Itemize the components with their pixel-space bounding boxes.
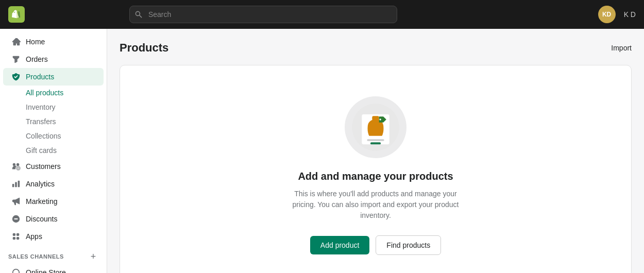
empty-state-actions: Add product Find products bbox=[310, 235, 441, 255]
marketing-icon bbox=[11, 197, 21, 206]
sidebar-label-orders: Orders bbox=[26, 55, 48, 63]
sidebar-sub-item-transfers[interactable]: Transfers bbox=[3, 114, 104, 129]
svg-point-4 bbox=[380, 118, 381, 120]
sidebar-item-customers[interactable]: Customers bbox=[3, 158, 104, 175]
svg-rect-5 bbox=[367, 139, 384, 141]
import-button[interactable]: Import bbox=[611, 44, 632, 52]
sidebar-label-customers: Customers bbox=[26, 162, 61, 170]
empty-state-title: Add and manage your products bbox=[298, 170, 453, 182]
sidebar-label-online-store: Online Store bbox=[26, 268, 66, 273]
sidebar-item-apps[interactable]: Apps bbox=[3, 228, 104, 245]
search-bar[interactable] bbox=[129, 6, 397, 23]
page-title: Products bbox=[120, 41, 168, 55]
sidebar: Home Orders Products All products Invent… bbox=[0, 29, 107, 273]
add-sales-channel-button[interactable]: + bbox=[88, 251, 98, 262]
topbar: KD K D bbox=[0, 0, 644, 29]
sidebar-label-discounts: Discounts bbox=[26, 215, 57, 223]
svg-rect-6 bbox=[370, 142, 381, 144]
empty-state-card: Add and manage your products This is whe… bbox=[120, 65, 632, 273]
sidebar-label-products: Products bbox=[26, 73, 54, 81]
sidebar-sub-item-gift-cards[interactable]: Gift cards bbox=[3, 143, 104, 158]
avatar: KD bbox=[598, 6, 616, 23]
sidebar-item-online-store[interactable]: Online Store bbox=[3, 264, 104, 273]
apps-icon bbox=[11, 232, 21, 241]
sidebar-label-analytics: Analytics bbox=[26, 180, 55, 188]
sidebar-sub-item-all-products[interactable]: All products bbox=[3, 86, 104, 100]
products-icon bbox=[11, 72, 21, 81]
product-illustration bbox=[345, 96, 406, 158]
shopify-logo bbox=[8, 6, 25, 23]
online-store-icon bbox=[11, 268, 21, 273]
discounts-icon bbox=[11, 214, 21, 224]
add-product-button[interactable]: Add product bbox=[310, 236, 370, 254]
sidebar-item-orders[interactable]: Orders bbox=[3, 50, 104, 68]
sales-channels-label: SALES CHANNELS bbox=[8, 253, 64, 260]
search-input[interactable] bbox=[129, 6, 397, 23]
orders-icon bbox=[11, 55, 21, 64]
product-svg bbox=[350, 101, 401, 153]
sales-channels-section: SALES CHANNELS + bbox=[0, 245, 107, 264]
sidebar-sub-item-inventory[interactable]: Inventory bbox=[3, 100, 104, 114]
username-label: K D bbox=[624, 10, 636, 19]
search-icon bbox=[134, 10, 143, 19]
sidebar-item-analytics[interactable]: Analytics bbox=[3, 175, 104, 193]
sidebar-item-home[interactable]: Home bbox=[3, 33, 104, 50]
page-header: Products Import bbox=[120, 41, 632, 55]
sidebar-item-discounts[interactable]: Discounts bbox=[3, 210, 104, 228]
analytics-icon bbox=[11, 179, 21, 189]
sidebar-label-apps: Apps bbox=[26, 232, 42, 241]
home-icon bbox=[11, 37, 21, 46]
find-products-button[interactable]: Find products bbox=[376, 235, 441, 255]
sidebar-item-products[interactable]: Products bbox=[3, 68, 104, 86]
svg-rect-3 bbox=[372, 116, 379, 120]
customers-icon bbox=[11, 162, 21, 171]
sidebar-label-home: Home bbox=[26, 38, 45, 46]
sidebar-label-marketing: Marketing bbox=[26, 197, 57, 206]
empty-state-description: This is where you'll add products and ma… bbox=[283, 189, 468, 221]
main-content: Products Import bbox=[107, 29, 644, 273]
sidebar-sub-item-collections[interactable]: Collections bbox=[3, 129, 104, 143]
sidebar-item-marketing[interactable]: Marketing bbox=[3, 193, 104, 210]
